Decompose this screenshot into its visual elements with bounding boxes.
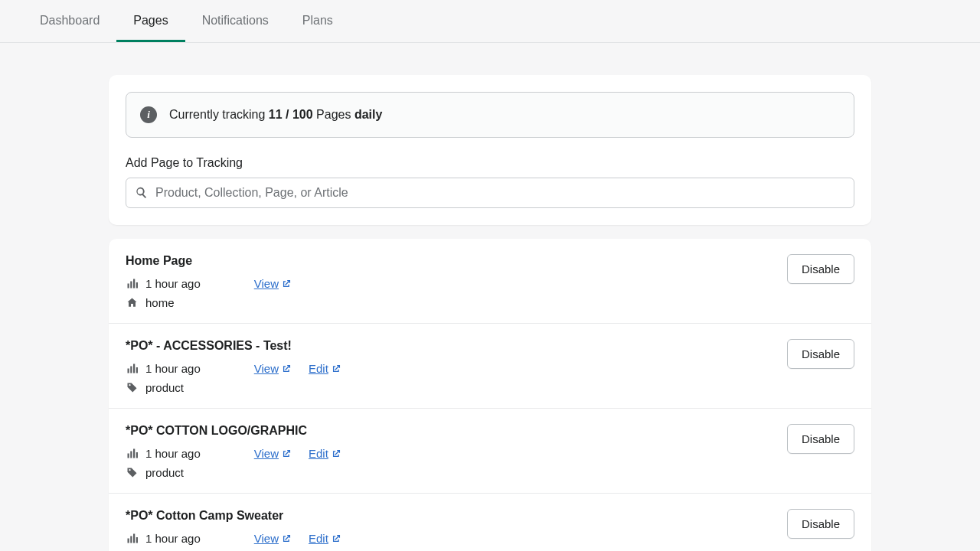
banner-count: 11 / 100	[269, 108, 313, 121]
info-icon: i	[140, 106, 157, 123]
svg-rect-12	[127, 539, 129, 543]
external-icon	[282, 279, 292, 289]
chart-icon	[126, 448, 138, 459]
svg-rect-15	[136, 537, 137, 543]
svg-rect-11	[136, 452, 137, 458]
view-link[interactable]: View	[254, 532, 292, 545]
row-time: 1 hour ago	[145, 447, 201, 460]
svg-rect-4	[127, 369, 129, 373]
banner-text: Currently tracking 11 / 100 Pages daily	[169, 108, 382, 122]
row-type: home	[145, 296, 175, 309]
nav-tabs: DashboardPagesNotificationsPlans	[0, 0, 980, 43]
tab-notifications[interactable]: Notifications	[185, 0, 286, 42]
external-icon	[332, 533, 341, 543]
row-time: 1 hour ago	[145, 277, 201, 290]
view-link[interactable]: View	[254, 277, 292, 290]
tag-icon	[126, 467, 138, 478]
svg-rect-3	[136, 282, 137, 289]
home-icon	[126, 297, 138, 308]
edit-link[interactable]: Edit	[309, 447, 341, 460]
table-row: *PO* COTTON LOGO/GRAPHIC 1 hour ago View…	[109, 409, 871, 494]
page-content: i Currently tracking 11 / 100 Pages dail…	[0, 43, 980, 551]
banner-prefix: Currently tracking	[169, 108, 269, 121]
disable-button[interactable]: Disable	[787, 424, 854, 454]
chart-icon	[126, 363, 138, 374]
svg-rect-10	[133, 449, 135, 458]
disable-button[interactable]: Disable	[787, 339, 854, 369]
search-input[interactable]	[148, 186, 844, 200]
view-link[interactable]: View	[254, 362, 292, 375]
row-time: 1 hour ago	[145, 362, 201, 375]
row-title: Home Page	[126, 254, 787, 268]
row-time: 1 hour ago	[145, 532, 201, 545]
svg-rect-2	[133, 279, 135, 289]
svg-rect-7	[136, 367, 137, 373]
external-icon	[282, 448, 292, 458]
tracking-banner: i Currently tracking 11 / 100 Pages dail…	[126, 92, 854, 138]
search-label: Add Page to Tracking	[126, 156, 854, 170]
edit-link[interactable]: Edit	[309, 532, 341, 545]
disable-button[interactable]: Disable	[787, 509, 854, 539]
chart-icon	[126, 278, 138, 289]
svg-rect-14	[133, 534, 135, 543]
tracked-pages-list: Home Page 1 hour ago View home Disable *…	[109, 239, 871, 551]
svg-rect-1	[130, 282, 132, 289]
svg-rect-5	[130, 367, 132, 373]
svg-rect-13	[130, 536, 132, 543]
banner-mid: Pages	[313, 108, 354, 121]
row-title: *PO* COTTON LOGO/GRAPHIC	[126, 424, 787, 438]
table-row: *PO* Cotton Camp Sweater 1 hour ago View…	[109, 494, 871, 551]
table-row: *PO* - ACCESSORIES - Test! 1 hour ago Vi…	[109, 324, 871, 409]
view-link[interactable]: View	[254, 447, 292, 460]
row-title: *PO* - ACCESSORIES - Test!	[126, 339, 787, 353]
svg-rect-6	[133, 364, 135, 373]
tracking-card: i Currently tracking 11 / 100 Pages dail…	[109, 75, 871, 225]
tab-dashboard[interactable]: Dashboard	[23, 0, 116, 42]
tab-plans[interactable]: Plans	[286, 0, 350, 42]
table-row: Home Page 1 hour ago View home Disable	[109, 239, 871, 324]
search-icon	[136, 186, 148, 200]
row-type: product	[145, 466, 184, 479]
tab-pages[interactable]: Pages	[116, 0, 185, 42]
external-icon	[282, 533, 292, 543]
svg-rect-0	[127, 284, 129, 289]
search-wrap[interactable]	[126, 178, 854, 208]
edit-link[interactable]: Edit	[309, 362, 341, 375]
external-icon	[332, 364, 341, 373]
chart-icon	[126, 533, 138, 544]
row-type: product	[145, 381, 184, 394]
banner-freq: daily	[354, 108, 382, 121]
disable-button[interactable]: Disable	[787, 254, 854, 284]
row-title: *PO* Cotton Camp Sweater	[126, 509, 787, 523]
svg-rect-8	[127, 454, 129, 458]
external-icon	[282, 364, 292, 373]
external-icon	[332, 448, 341, 458]
tag-icon	[126, 382, 138, 393]
svg-rect-9	[130, 452, 132, 458]
